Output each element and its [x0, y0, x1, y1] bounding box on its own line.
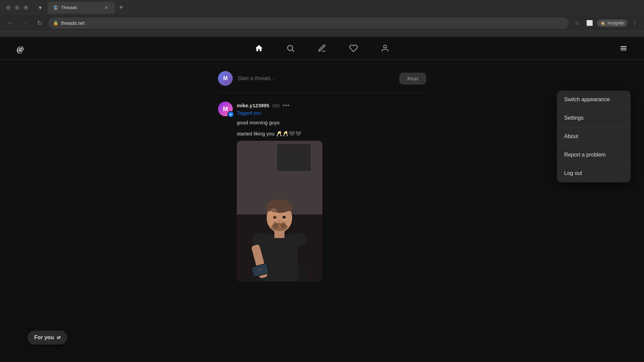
nav-center	[251, 41, 393, 56]
settings-item[interactable]: Settings	[557, 109, 631, 127]
tab-bar: ▼ 🧵 Threads ✕ +	[31, 1, 129, 15]
incognito-badge[interactable]: 🕵️ Incognito	[597, 19, 627, 27]
tab-favicon: 🧵	[53, 5, 58, 10]
close-icon: ✕	[24, 6, 27, 9]
post-button[interactable]: Post	[399, 73, 426, 84]
forward-icon: →	[22, 19, 28, 26]
sidebar-icon: ⬜	[586, 20, 593, 26]
about-item[interactable]: About	[557, 127, 631, 146]
svg-point-24	[281, 222, 286, 229]
nav-compose-button[interactable]	[314, 41, 330, 56]
tab-expand-button[interactable]: ▼	[34, 2, 46, 14]
svg-point-3	[384, 45, 387, 48]
nav-right	[616, 41, 631, 55]
more-dots-icon: ⋮	[632, 20, 637, 26]
post-image[interactable]	[237, 141, 322, 282]
post-tag: Tagged you	[237, 110, 261, 116]
bookmark-button[interactable]: ☆	[572, 18, 582, 28]
refresh-button[interactable]: ↻	[34, 17, 46, 29]
svg-point-20	[282, 216, 286, 219]
svg-point-29	[270, 208, 278, 218]
svg-line-2	[292, 50, 294, 52]
post-more-button[interactable]: •••	[282, 102, 289, 109]
svg-rect-9	[277, 144, 311, 171]
browser-toolbar: ← → ↻ 🔒 threads.net ☆ ⬜ 🕵️ Incognito ⋮	[0, 15, 644, 31]
for-you-pill[interactable]: For you ⇄	[28, 330, 67, 345]
maximize-button[interactable]: □	[15, 5, 19, 10]
post-time: 16h	[272, 103, 280, 108]
forward-button[interactable]: →	[19, 17, 31, 29]
tab-title: Threads	[61, 5, 101, 10]
for-you-label: For you	[34, 335, 54, 341]
top-nav: @	[0, 37, 644, 60]
nav-search-button[interactable]	[283, 41, 298, 56]
compose-input[interactable]	[237, 75, 395, 81]
report-problem-item[interactable]: Report a problem	[557, 146, 631, 164]
svg-point-13	[252, 233, 272, 246]
minimize-icon: —	[7, 6, 10, 9]
browser-actions: ☆ ⬜ 🕵️ Incognito ⋮	[572, 18, 640, 28]
compose-avatar: M	[218, 71, 233, 86]
nav-home-button[interactable]	[251, 41, 267, 56]
back-icon: ←	[7, 19, 13, 26]
avatar-wrapper: M +	[218, 102, 233, 116]
url-text: threads.net	[61, 20, 85, 26]
svg-point-14	[287, 233, 307, 246]
post-image-content	[237, 141, 322, 282]
switch-appearance-item[interactable]: Switch appearance	[557, 90, 631, 109]
tab-close-button[interactable]: ✕	[103, 5, 109, 11]
incognito-label: Incognito	[607, 21, 624, 25]
for-you-icon: ⇄	[57, 335, 61, 340]
main-feed: M Post M + mike.y123995 16h ••• Tagged y…	[0, 60, 644, 362]
thread-compose: M Post	[218, 66, 426, 93]
post-text-1: good morning guys	[237, 119, 426, 127]
active-tab[interactable]: 🧵 Threads ✕	[48, 2, 115, 14]
sidebar-button[interactable]: ⬜	[584, 18, 595, 28]
post-text-2: started liking you 🥂🥂🖤🖤	[237, 130, 426, 138]
incognito-icon: 🕵️	[600, 21, 605, 25]
bookmark-icon: ☆	[575, 20, 579, 26]
lock-icon: 🔒	[53, 20, 58, 25]
nav-profile-button[interactable]	[377, 41, 393, 56]
svg-rect-4	[621, 46, 627, 47]
post-body: good morning guys started liking you 🥂🥂🖤…	[237, 119, 426, 282]
back-button[interactable]: ←	[4, 17, 16, 29]
svg-rect-6	[621, 50, 627, 50]
address-bar[interactable]: 🔒 threads.net	[48, 17, 569, 29]
maximize-icon: □	[16, 6, 18, 9]
dropdown-menu: Switch appearance Settings About Report …	[557, 90, 631, 182]
thread-post: M + mike.y123995 16h ••• Tagged you good…	[218, 96, 426, 287]
svg-rect-5	[621, 48, 627, 49]
follow-button[interactable]: +	[227, 111, 234, 118]
threads-logo[interactable]: @	[13, 41, 28, 56]
minimize-button[interactable]: —	[6, 5, 11, 10]
menu-button[interactable]	[616, 41, 631, 55]
nav-activity-button[interactable]	[346, 41, 361, 56]
window-controls: — □ ✕	[6, 5, 28, 10]
more-options-button[interactable]: ⋮	[629, 18, 640, 28]
logout-item[interactable]: Log out	[557, 164, 631, 182]
svg-text:@: @	[16, 44, 24, 53]
app-content: @	[0, 37, 644, 362]
svg-point-1	[287, 45, 292, 50]
post-header: M + mike.y123995 16h ••• Tagged you	[218, 102, 426, 116]
new-tab-button[interactable]: +	[116, 3, 126, 13]
refresh-icon: ↻	[37, 19, 42, 27]
svg-point-23	[273, 222, 278, 229]
close-button[interactable]: ✕	[23, 5, 28, 10]
post-meta: mike.y123995 16h ••• Tagged you	[237, 102, 426, 116]
post-username: mike.y123995	[237, 103, 269, 108]
